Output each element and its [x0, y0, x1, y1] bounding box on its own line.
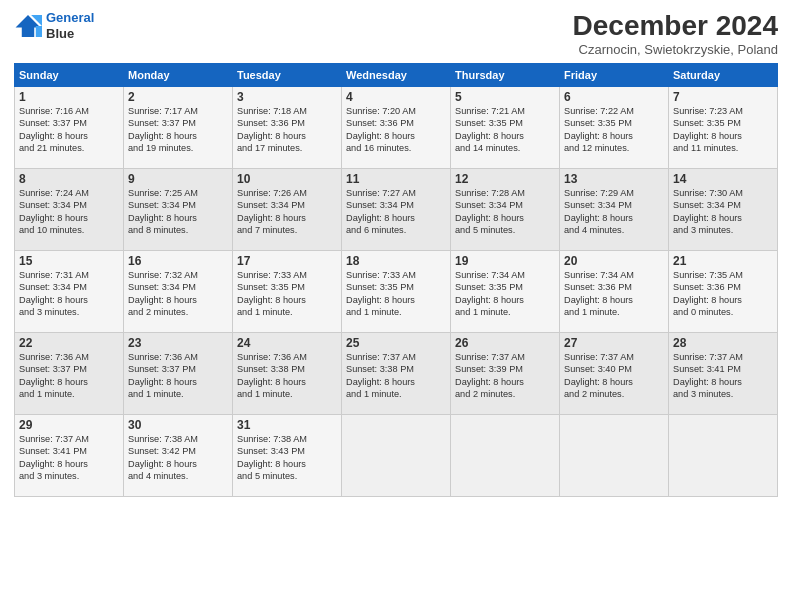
col-tuesday: Tuesday — [233, 64, 342, 87]
day-number: 18 — [346, 254, 446, 268]
day-number: 17 — [237, 254, 337, 268]
main-title: December 2024 — [573, 10, 778, 42]
day-info: Sunrise: 7:38 AM Sunset: 3:42 PM Dayligh… — [128, 433, 228, 483]
day-cell: 8Sunrise: 7:24 AM Sunset: 3:34 PM Daylig… — [15, 169, 124, 251]
subtitle: Czarnocin, Swietokrzyskie, Poland — [573, 42, 778, 57]
day-number: 21 — [673, 254, 773, 268]
logo-text: General Blue — [46, 10, 94, 41]
day-cell: 15Sunrise: 7:31 AM Sunset: 3:34 PM Dayli… — [15, 251, 124, 333]
day-number: 15 — [19, 254, 119, 268]
col-thursday: Thursday — [451, 64, 560, 87]
day-cell: 21Sunrise: 7:35 AM Sunset: 3:36 PM Dayli… — [669, 251, 778, 333]
day-number: 30 — [128, 418, 228, 432]
day-number: 23 — [128, 336, 228, 350]
day-info: Sunrise: 7:29 AM Sunset: 3:34 PM Dayligh… — [564, 187, 664, 237]
day-cell — [560, 415, 669, 497]
day-info: Sunrise: 7:21 AM Sunset: 3:35 PM Dayligh… — [455, 105, 555, 155]
day-number: 2 — [128, 90, 228, 104]
day-cell: 25Sunrise: 7:37 AM Sunset: 3:38 PM Dayli… — [342, 333, 451, 415]
day-cell: 14Sunrise: 7:30 AM Sunset: 3:34 PM Dayli… — [669, 169, 778, 251]
day-info: Sunrise: 7:26 AM Sunset: 3:34 PM Dayligh… — [237, 187, 337, 237]
day-number: 10 — [237, 172, 337, 186]
week-row-3: 15Sunrise: 7:31 AM Sunset: 3:34 PM Dayli… — [15, 251, 778, 333]
day-info: Sunrise: 7:31 AM Sunset: 3:34 PM Dayligh… — [19, 269, 119, 319]
day-number: 16 — [128, 254, 228, 268]
day-info: Sunrise: 7:34 AM Sunset: 3:35 PM Dayligh… — [455, 269, 555, 319]
calendar-table: Sunday Monday Tuesday Wednesday Thursday… — [14, 63, 778, 497]
day-info: Sunrise: 7:27 AM Sunset: 3:34 PM Dayligh… — [346, 187, 446, 237]
calendar-body: 1Sunrise: 7:16 AM Sunset: 3:37 PM Daylig… — [15, 87, 778, 497]
day-cell: 9Sunrise: 7:25 AM Sunset: 3:34 PM Daylig… — [124, 169, 233, 251]
day-number: 27 — [564, 336, 664, 350]
day-number: 14 — [673, 172, 773, 186]
day-info: Sunrise: 7:34 AM Sunset: 3:36 PM Dayligh… — [564, 269, 664, 319]
day-info: Sunrise: 7:33 AM Sunset: 3:35 PM Dayligh… — [346, 269, 446, 319]
day-info: Sunrise: 7:36 AM Sunset: 3:38 PM Dayligh… — [237, 351, 337, 401]
day-cell: 12Sunrise: 7:28 AM Sunset: 3:34 PM Dayli… — [451, 169, 560, 251]
col-saturday: Saturday — [669, 64, 778, 87]
day-info: Sunrise: 7:23 AM Sunset: 3:35 PM Dayligh… — [673, 105, 773, 155]
header: General Blue December 2024 Czarnocin, Sw… — [14, 10, 778, 57]
day-number: 5 — [455, 90, 555, 104]
day-info: Sunrise: 7:16 AM Sunset: 3:37 PM Dayligh… — [19, 105, 119, 155]
page-container: General Blue December 2024 Czarnocin, Sw… — [0, 0, 792, 507]
day-cell: 19Sunrise: 7:34 AM Sunset: 3:35 PM Dayli… — [451, 251, 560, 333]
day-info: Sunrise: 7:37 AM Sunset: 3:41 PM Dayligh… — [673, 351, 773, 401]
day-cell — [669, 415, 778, 497]
col-friday: Friday — [560, 64, 669, 87]
day-cell: 23Sunrise: 7:36 AM Sunset: 3:37 PM Dayli… — [124, 333, 233, 415]
day-cell: 24Sunrise: 7:36 AM Sunset: 3:38 PM Dayli… — [233, 333, 342, 415]
day-cell: 4Sunrise: 7:20 AM Sunset: 3:36 PM Daylig… — [342, 87, 451, 169]
day-number: 13 — [564, 172, 664, 186]
day-cell: 2Sunrise: 7:17 AM Sunset: 3:37 PM Daylig… — [124, 87, 233, 169]
day-cell: 5Sunrise: 7:21 AM Sunset: 3:35 PM Daylig… — [451, 87, 560, 169]
day-info: Sunrise: 7:33 AM Sunset: 3:35 PM Dayligh… — [237, 269, 337, 319]
day-cell: 11Sunrise: 7:27 AM Sunset: 3:34 PM Dayli… — [342, 169, 451, 251]
day-info: Sunrise: 7:25 AM Sunset: 3:34 PM Dayligh… — [128, 187, 228, 237]
day-info: Sunrise: 7:24 AM Sunset: 3:34 PM Dayligh… — [19, 187, 119, 237]
day-number: 3 — [237, 90, 337, 104]
day-cell — [342, 415, 451, 497]
day-number: 20 — [564, 254, 664, 268]
day-number: 6 — [564, 90, 664, 104]
day-info: Sunrise: 7:17 AM Sunset: 3:37 PM Dayligh… — [128, 105, 228, 155]
day-number: 7 — [673, 90, 773, 104]
day-cell: 13Sunrise: 7:29 AM Sunset: 3:34 PM Dayli… — [560, 169, 669, 251]
day-number: 26 — [455, 336, 555, 350]
day-number: 29 — [19, 418, 119, 432]
day-number: 22 — [19, 336, 119, 350]
day-number: 1 — [19, 90, 119, 104]
day-cell — [451, 415, 560, 497]
day-info: Sunrise: 7:37 AM Sunset: 3:38 PM Dayligh… — [346, 351, 446, 401]
day-info: Sunrise: 7:36 AM Sunset: 3:37 PM Dayligh… — [19, 351, 119, 401]
day-info: Sunrise: 7:30 AM Sunset: 3:34 PM Dayligh… — [673, 187, 773, 237]
day-cell: 17Sunrise: 7:33 AM Sunset: 3:35 PM Dayli… — [233, 251, 342, 333]
day-info: Sunrise: 7:37 AM Sunset: 3:40 PM Dayligh… — [564, 351, 664, 401]
logo-icon — [14, 12, 42, 40]
logo: General Blue — [14, 10, 94, 41]
day-cell: 22Sunrise: 7:36 AM Sunset: 3:37 PM Dayli… — [15, 333, 124, 415]
day-number: 8 — [19, 172, 119, 186]
day-cell: 6Sunrise: 7:22 AM Sunset: 3:35 PM Daylig… — [560, 87, 669, 169]
day-number: 24 — [237, 336, 337, 350]
col-wednesday: Wednesday — [342, 64, 451, 87]
col-monday: Monday — [124, 64, 233, 87]
day-cell: 10Sunrise: 7:26 AM Sunset: 3:34 PM Dayli… — [233, 169, 342, 251]
day-info: Sunrise: 7:20 AM Sunset: 3:36 PM Dayligh… — [346, 105, 446, 155]
day-number: 19 — [455, 254, 555, 268]
day-info: Sunrise: 7:28 AM Sunset: 3:34 PM Dayligh… — [455, 187, 555, 237]
week-row-2: 8Sunrise: 7:24 AM Sunset: 3:34 PM Daylig… — [15, 169, 778, 251]
day-cell: 29Sunrise: 7:37 AM Sunset: 3:41 PM Dayli… — [15, 415, 124, 497]
day-cell: 18Sunrise: 7:33 AM Sunset: 3:35 PM Dayli… — [342, 251, 451, 333]
day-cell: 20Sunrise: 7:34 AM Sunset: 3:36 PM Dayli… — [560, 251, 669, 333]
day-cell: 3Sunrise: 7:18 AM Sunset: 3:36 PM Daylig… — [233, 87, 342, 169]
day-cell: 27Sunrise: 7:37 AM Sunset: 3:40 PM Dayli… — [560, 333, 669, 415]
day-info: Sunrise: 7:37 AM Sunset: 3:41 PM Dayligh… — [19, 433, 119, 483]
day-number: 25 — [346, 336, 446, 350]
day-info: Sunrise: 7:22 AM Sunset: 3:35 PM Dayligh… — [564, 105, 664, 155]
day-cell: 1Sunrise: 7:16 AM Sunset: 3:37 PM Daylig… — [15, 87, 124, 169]
day-cell: 31Sunrise: 7:38 AM Sunset: 3:43 PM Dayli… — [233, 415, 342, 497]
day-info: Sunrise: 7:36 AM Sunset: 3:37 PM Dayligh… — [128, 351, 228, 401]
day-number: 12 — [455, 172, 555, 186]
day-number: 28 — [673, 336, 773, 350]
